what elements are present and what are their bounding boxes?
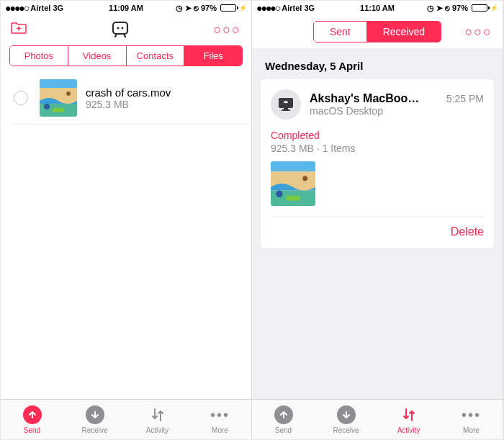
more-icon[interactable]: ○○○ [464,24,492,40]
tab-activity[interactable]: Activity [126,400,189,439]
date-header: Wednesday, 5 April [252,48,503,79]
more-icon[interactable]: ○○○ [213,22,241,37]
network-label: 3G [304,4,315,12]
device-name: Akshay's MacBoo… [310,92,419,105]
signal-dots-icon: ●●●●○ [256,2,279,14]
tab-label: Send [24,426,40,434]
transfer-thumbnail[interactable] [271,161,315,206]
tab-label: More [212,426,228,434]
arrow-down-icon [86,405,104,424]
device-type: macOS Desktop [310,105,484,117]
tab-bar: Send Receive Activity ••• More [1,399,251,439]
screen-activity: ●●●●○ Airtel 3G 11:10 AM ◷ ➤ ⎋ 97% ⚡ Sen… [252,1,503,439]
nav-bar: ○○○ [1,15,251,44]
status-bar: ●●●●○ Airtel 3G 11:10 AM ◷ ➤ ⎋ 97% ⚡ [252,1,503,15]
more-dots-icon: ••• [211,405,230,424]
app-logo-icon [27,21,213,38]
svg-point-7 [44,104,50,109]
tab-send[interactable]: Send [1,400,63,439]
location-icon: ➤ [436,4,443,13]
file-row[interactable]: crash of cars.mov 925.3 MB [11,72,251,125]
svg-point-8 [66,91,71,96]
svg-rect-13 [271,161,315,171]
file-thumbnail [40,79,77,117]
transfer-status: Completed [271,130,484,141]
clock: 11:10 AM [360,4,395,12]
network-label: 3G [53,4,63,12]
svg-rect-3 [40,79,77,88]
segment-files[interactable]: Files [184,46,242,66]
svg-point-12 [285,102,286,103]
svg-point-1 [117,27,119,30]
transfer-time: 5:25 PM [446,93,484,104]
screen-send-files: ●●●●○ Airtel 3G 11:09 AM ◷ ➤ ⎋ 97% ⚡ ○○○… [1,1,252,439]
tab-label: More [463,426,480,434]
tab-label: Activity [397,426,420,434]
activity-icon [400,405,418,424]
select-circle-icon[interactable] [14,91,28,105]
more-dots-icon: ••• [462,405,481,424]
device-monitor-icon [271,89,301,120]
svg-rect-0 [113,22,127,34]
tab-send[interactable]: Send [252,400,315,439]
activity-list: Wednesday, 5 April Akshay's MacBoo… 5:25… [252,48,503,399]
tab-more[interactable]: ••• More [189,400,251,439]
segment-sent[interactable]: Sent [314,22,367,42]
tab-receive[interactable]: Receive [315,400,377,439]
bluetooth-icon: ⎋ [445,4,450,12]
tab-label: Send [275,426,292,434]
svg-rect-11 [282,109,290,111]
segment-received[interactable]: Received [367,22,441,42]
file-name: crash of cars.mov [86,86,171,99]
tab-more[interactable]: ••• More [440,400,503,439]
arrow-down-icon [337,405,356,424]
svg-point-18 [302,176,307,181]
file-size: 925.3 MB [86,99,171,110]
tab-activity[interactable]: Activity [377,400,440,439]
tab-label: Receive [81,426,107,434]
location-icon: ➤ [185,4,192,13]
carrier-label: Airtel [282,4,302,12]
battery-icon: ⚡ [219,4,247,12]
transfer-detail: 925.3 MB · 1 Items [271,143,484,154]
nav-bar: Sent Received ○○○ [252,15,503,48]
arrow-up-icon [274,405,293,424]
activity-icon [148,405,167,424]
clock: 11:09 AM [109,4,143,12]
svg-rect-10 [284,108,288,109]
tab-bar: Send Receive Activity ••• More [252,399,503,439]
delete-button[interactable]: Delete [451,225,484,238]
alarm-icon: ◷ [176,4,183,13]
alarm-icon: ◷ [427,4,434,13]
segment-photos[interactable]: Photos [10,46,68,66]
signal-dots-icon: ●●●●○ [5,2,28,14]
tab-receive[interactable]: Receive [63,400,126,439]
transfer-card: Akshay's MacBoo… 5:25 PM macOS Desktop C… [261,79,494,248]
tab-label: Receive [333,426,359,434]
arrow-up-icon [23,405,42,424]
svg-rect-6 [53,108,64,112]
status-bar: ●●●●○ Airtel 3G 11:09 AM ◷ ➤ ⎋ 97% ⚡ [1,1,251,15]
svg-rect-16 [286,196,300,201]
bluetooth-icon: ⎋ [194,4,199,12]
svg-point-17 [276,191,283,198]
segment-videos[interactable]: Videos [68,46,127,66]
add-folder-icon[interactable] [11,22,27,37]
battery-icon: ⚡ [470,4,498,12]
sent-received-segment: Sent Received [313,21,441,42]
battery-pct: 97% [452,4,468,12]
battery-pct: 97% [201,4,217,12]
svg-point-2 [121,27,123,30]
tab-label: Activity [146,426,169,434]
category-segment-control: Photos Videos Contacts Files [9,45,243,66]
segment-contacts[interactable]: Contacts [127,46,185,66]
file-list: crash of cars.mov 925.3 MB [1,72,251,399]
carrier-label: Airtel [30,4,50,12]
